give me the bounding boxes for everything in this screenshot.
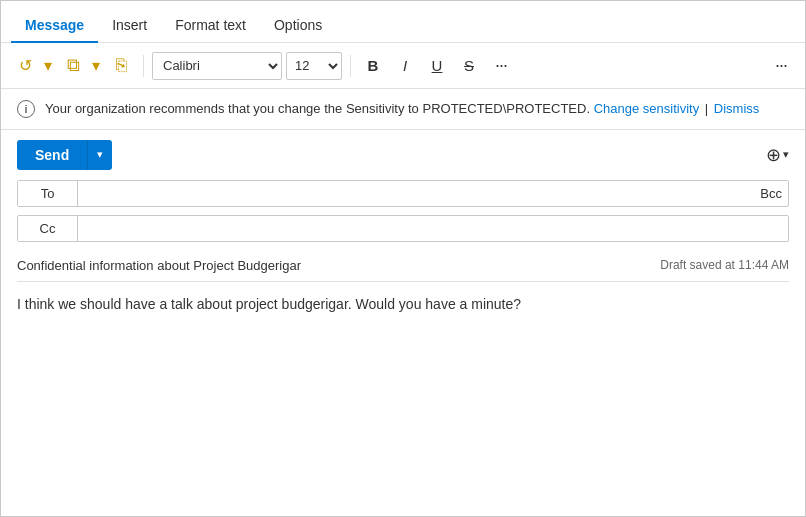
- clipboard-button[interactable]: ⧉: [59, 52, 87, 80]
- dismiss-link[interactable]: Dismiss: [714, 101, 760, 116]
- zoom-arrow[interactable]: ▾: [783, 148, 789, 161]
- cc-input[interactable]: [78, 216, 788, 241]
- notification-bar: i Your organization recommends that you …: [1, 89, 805, 130]
- italic-button[interactable]: I: [391, 52, 419, 80]
- toolbar-divider-2: [350, 55, 351, 77]
- toolbar-divider-1: [143, 55, 144, 77]
- compose-area: Send ▾ ⊕ ▾ To Bcc Cc Draft saved at 11:4…: [1, 130, 805, 315]
- send-button[interactable]: Send: [17, 140, 87, 170]
- send-dropdown-button[interactable]: ▾: [87, 140, 112, 170]
- cc-label-button[interactable]: Cc: [18, 216, 78, 241]
- notification-message: Your organization recommends that you ch…: [45, 101, 590, 116]
- email-body-text: I think we should have a talk about proj…: [17, 296, 521, 312]
- undo-group: ↺ ▾: [11, 52, 55, 80]
- tab-insert[interactable]: Insert: [98, 7, 161, 43]
- font-selector[interactable]: Calibri Arial Times New Roman: [152, 52, 282, 80]
- zoom-row: ⊕ ▾: [766, 144, 789, 166]
- to-label-button[interactable]: To: [18, 181, 78, 206]
- notification-text: Your organization recommends that you ch…: [45, 99, 759, 119]
- undo-arrow-button[interactable]: ▾: [41, 52, 55, 80]
- tab-options[interactable]: Options: [260, 7, 336, 43]
- to-row: To Bcc: [17, 180, 789, 207]
- draft-status: Draft saved at 11:44 AM: [660, 258, 789, 272]
- bcc-label[interactable]: Bcc: [760, 186, 788, 201]
- cc-row: Cc: [17, 215, 789, 242]
- underline-button[interactable]: U: [423, 52, 451, 80]
- more-options-button[interactable]: ···: [767, 52, 795, 80]
- clipboard-group: ⧉ ▾: [59, 52, 103, 80]
- tab-bar: Message Insert Format text Options: [1, 1, 805, 43]
- to-input[interactable]: [78, 181, 760, 206]
- zoom-icon[interactable]: ⊕: [766, 144, 781, 166]
- tab-format-text[interactable]: Format text: [161, 7, 260, 43]
- more-formatting-button[interactable]: ···: [487, 52, 515, 80]
- clipboard-arrow-button[interactable]: ▾: [89, 52, 103, 80]
- paste-special-button[interactable]: ⎘: [107, 52, 135, 80]
- font-size-selector[interactable]: 8 9 10 11 12 14 16 18: [286, 52, 342, 80]
- notification-icon: i: [17, 100, 35, 118]
- notification-separator: |: [705, 101, 708, 116]
- tab-message[interactable]: Message: [11, 7, 98, 43]
- send-row: Send ▾ ⊕ ▾: [17, 140, 789, 170]
- email-body[interactable]: I think we should have a talk about proj…: [17, 282, 789, 315]
- subject-row: Draft saved at 11:44 AM: [17, 250, 789, 282]
- strikethrough-button[interactable]: S: [455, 52, 483, 80]
- undo-button[interactable]: ↺: [11, 52, 39, 80]
- send-button-group: Send ▾: [17, 140, 112, 170]
- bold-button[interactable]: B: [359, 52, 387, 80]
- toolbar: ↺ ▾ ⧉ ▾ ⎘ Calibri Arial Times New Roman …: [1, 43, 805, 89]
- subject-input[interactable]: [17, 258, 650, 273]
- change-sensitivity-link[interactable]: Change sensitivity: [594, 101, 700, 116]
